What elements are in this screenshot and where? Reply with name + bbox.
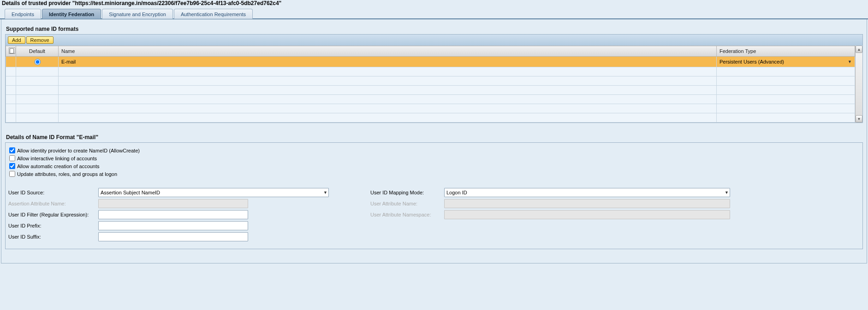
- tab-signature-encryption[interactable]: Signature and Encryption: [102, 9, 173, 19]
- label-assertion-attr-name: Assertion Attribute Name:: [8, 201, 98, 206]
- row-fed-type-value: Persistent Users (Advanced): [719, 59, 784, 64]
- input-assertion-attr-name: [98, 199, 248, 208]
- remove-button[interactable]: Remove: [26, 36, 54, 44]
- row-handle[interactable]: [6, 57, 16, 67]
- tab-authentication-requirements[interactable]: Authentication Requirements: [174, 9, 253, 19]
- label-user-attr-name: User Attribute Name:: [370, 201, 444, 206]
- input-user-id-filter[interactable]: [98, 210, 248, 219]
- select-user-id-source[interactable]: [98, 188, 329, 197]
- table-row[interactable]: E-mail Persistent Users (Advanced) ▼: [6, 57, 855, 67]
- chk-allow-create-label: Allow identity provider to create NameID…: [17, 148, 140, 153]
- col-default[interactable]: Default: [16, 46, 59, 57]
- label-mapping-mode: User ID Mapping Mode:: [370, 190, 444, 195]
- scroll-down-icon[interactable]: ▼: [856, 115, 862, 123]
- chk-interactive-linking[interactable]: [9, 155, 15, 161]
- chk-update-at-logon-label: Update attributes, roles, and groups at …: [17, 171, 117, 177]
- row-name: E-mail: [59, 57, 717, 67]
- col-name[interactable]: Name: [59, 46, 717, 57]
- col-federation-type[interactable]: Federation Type: [717, 46, 855, 57]
- page-title: Details of trusted provider "https://tes…: [0, 0, 868, 8]
- section-supported-formats-title: Supported name ID formats: [6, 26, 863, 32]
- label-user-id-suffix: User ID Suffix:: [8, 234, 98, 240]
- tab-identity-federation[interactable]: Identity Federation: [42, 9, 101, 19]
- supported-formats-table: Default Name Federation Type E-mail: [6, 46, 855, 123]
- chevron-down-icon: ▼: [848, 59, 852, 64]
- copy-icon: [9, 47, 15, 54]
- input-user-attr-ns: [444, 210, 730, 219]
- default-radio[interactable]: [35, 59, 41, 65]
- corner-header[interactable]: [6, 46, 16, 57]
- scroll-up-icon[interactable]: ▲: [856, 46, 862, 53]
- label-user-attr-ns: User Attribute Namespace:: [370, 212, 444, 217]
- label-user-id-filter: User ID Filter (Regular Expression):: [8, 212, 98, 217]
- table-row[interactable]: [6, 95, 855, 104]
- chk-allow-create[interactable]: [9, 147, 15, 153]
- label-user-id-prefix: User ID Prefix:: [8, 223, 98, 228]
- row-fed-type-cell[interactable]: Persistent Users (Advanced) ▼: [717, 57, 855, 67]
- section-details-title: Details of Name ID Format "E-mail": [6, 134, 863, 140]
- chk-interactive-linking-label: Allow interactive linking of accounts: [17, 156, 97, 161]
- select-mapping-mode[interactable]: [444, 188, 730, 197]
- chk-auto-create-label: Allow automatic creation of accounts: [17, 164, 100, 169]
- input-user-id-prefix[interactable]: [98, 221, 248, 230]
- chk-update-at-logon[interactable]: [9, 171, 15, 177]
- tab-endpoints[interactable]: Endpoints: [5, 9, 41, 19]
- table-row[interactable]: [6, 86, 855, 95]
- label-user-id-source: User ID Source:: [8, 190, 98, 195]
- input-user-id-suffix[interactable]: [98, 232, 248, 241]
- tabstrip: Endpoints Identity Federation Signature …: [0, 8, 868, 19]
- input-user-attr-name: [444, 199, 730, 208]
- table-toolbar: Add Remove: [6, 35, 862, 46]
- add-button[interactable]: Add: [8, 36, 25, 44]
- tab-content: Supported name ID formats Add Remove Def…: [1, 19, 867, 263]
- table-row[interactable]: [6, 67, 855, 76]
- default-radio-cell[interactable]: [16, 57, 59, 67]
- supported-formats-table-wrap: Add Remove Default Name Federation Type: [5, 34, 863, 123]
- table-row[interactable]: [6, 113, 855, 123]
- table-row[interactable]: [6, 104, 855, 113]
- vertical-scrollbar[interactable]: ▲ ▼: [855, 46, 862, 123]
- table-row[interactable]: [6, 76, 855, 86]
- chk-auto-create[interactable]: [9, 163, 15, 169]
